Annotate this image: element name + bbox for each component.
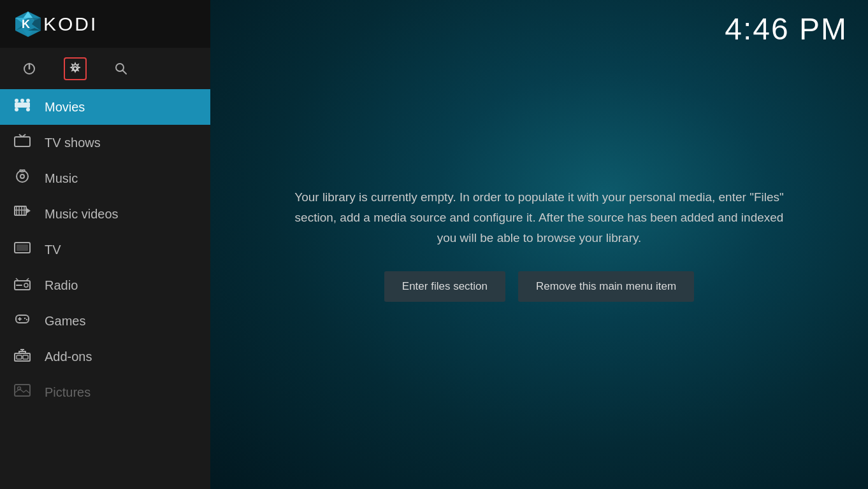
svg-line-13 [123,70,127,74]
sidebar-item-pictures[interactable]: Pictures [0,374,210,410]
empty-library-area: Your library is currently empty. In orde… [210,0,868,489]
sidebar-label-music: Music [45,171,78,186]
radio-icon [13,276,32,294]
pictures-icon [13,383,32,401]
sidebar: K KODI [0,0,210,489]
sidebar-item-movies[interactable]: Movies [0,89,210,125]
svg-point-15 [20,99,24,103]
action-button-row: Enter files section Remove this main men… [384,271,694,302]
enter-files-button[interactable]: Enter files section [384,271,505,302]
sidebar-item-tvshows[interactable]: TV shows [0,125,210,160]
svg-rect-35 [17,244,28,251]
addons-icon [13,348,32,365]
kodi-logo-icon: K [13,9,43,39]
search-icon[interactable] [110,57,133,80]
main-content: 4:46 PM Your library is currently empty.… [210,0,868,489]
tvshows-icon [13,134,32,152]
sidebar-label-tvshows: TV shows [45,136,101,150]
sidebar-label-radio: Radio [45,278,78,293]
svg-marker-32 [27,208,31,213]
sidebar-toolbar [0,48,210,89]
sidebar-item-musicvideos[interactable]: Music videos [0,196,210,232]
nav-list: Movies TV shows Music [0,89,210,489]
sidebar-label-musicvideos: Music videos [45,207,119,222]
svg-point-38 [24,283,28,287]
sidebar-label-movies: Movies [45,100,85,115]
musicvideos-icon [13,205,32,223]
svg-rect-20 [15,137,30,146]
empty-library-message: Your library is currently empty. In orde… [291,187,788,249]
svg-point-46 [26,319,27,320]
power-icon[interactable] [18,57,41,80]
svg-text:K: K [22,18,30,31]
svg-point-17 [15,108,18,111]
svg-rect-49 [23,355,28,359]
sidebar-header: K KODI [0,0,210,48]
sidebar-item-radio[interactable]: Radio [0,267,210,303]
sidebar-label-addons: Add-ons [45,350,92,364]
svg-point-18 [26,108,30,111]
svg-point-14 [15,99,18,103]
sidebar-label-pictures: Pictures [45,385,90,400]
games-icon [13,312,32,330]
sidebar-item-music[interactable]: Music [0,160,210,196]
sidebar-label-tv: TV [45,243,61,257]
svg-rect-48 [17,355,22,359]
sidebar-item-tv[interactable]: TV [0,232,210,267]
movies-icon [13,98,32,116]
svg-point-45 [24,318,25,319]
sidebar-label-games: Games [45,314,85,329]
app-title: KODI [43,13,98,35]
music-icon [13,169,32,187]
tv-icon [13,241,32,259]
remove-menu-item-button[interactable]: Remove this main menu item [518,271,694,302]
svg-point-25 [20,174,24,178]
sidebar-item-addons[interactable]: Add-ons [0,339,210,374]
clock-display: 4:46 PM [725,11,848,46]
sidebar-item-games[interactable]: Games [0,303,210,339]
svg-rect-52 [15,385,30,396]
svg-point-16 [26,99,30,103]
settings-icon[interactable] [64,57,87,80]
svg-rect-19 [15,103,30,108]
